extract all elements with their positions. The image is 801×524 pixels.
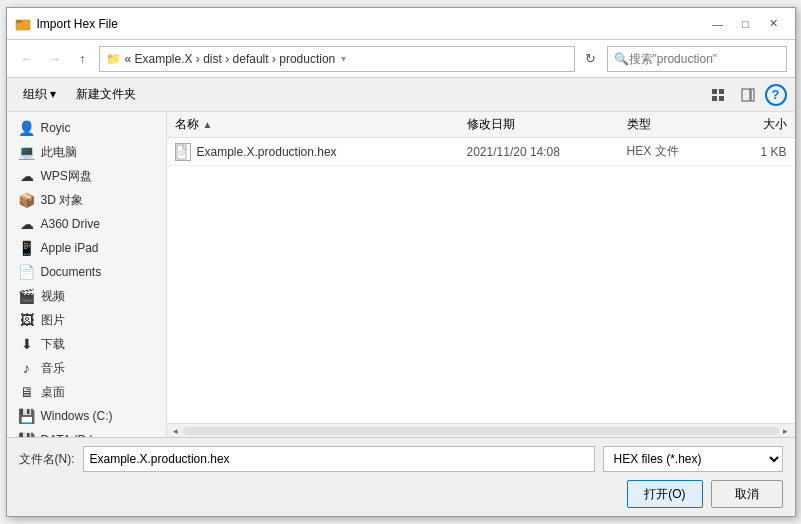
sidebar-label-this-pc: 此电脑	[41, 144, 77, 161]
up-button[interactable]: ↑	[71, 47, 95, 71]
title-bar: Import Hex File — □ ✕	[7, 8, 795, 40]
minimize-button[interactable]: —	[705, 14, 731, 34]
scroll-left-button[interactable]: ◂	[169, 424, 183, 438]
address-bar: ← → ↑ 📁 « Example.X › dist › default › p…	[7, 40, 795, 78]
file-date-cell: 2021/11/20 14:08	[467, 145, 627, 159]
sidebar-label-a360-drive: A360 Drive	[41, 217, 100, 231]
sidebar-item-3d-objects[interactable]: 📦3D 对象	[7, 188, 166, 212]
bottom-bar: 文件名(N): HEX files (*.hex) 打开(O) 取消	[7, 437, 795, 516]
sidebar-icon-desktop: 🖥	[19, 384, 35, 400]
sidebar-item-this-pc[interactable]: 💻此电脑	[7, 140, 166, 164]
sidebar-icon-wps: ☁	[19, 168, 35, 184]
dialog-icon	[15, 16, 31, 32]
sidebar-item-wps[interactable]: ☁WPS网盘	[7, 164, 166, 188]
sidebar-icon-windows-c: 💾	[19, 408, 35, 424]
sidebar-item-windows-c[interactable]: 💾Windows (C:)	[7, 404, 166, 428]
sidebar: 👤Royic💻此电脑☁WPS网盘📦3D 对象☁A360 Drive📱Apple …	[7, 112, 167, 437]
help-button[interactable]: ?	[765, 84, 787, 106]
column-header-size[interactable]: 大小	[727, 116, 787, 133]
close-button[interactable]: ✕	[761, 14, 787, 34]
dialog-title: Import Hex File	[37, 17, 705, 31]
file-list: 名称 ▲ 修改日期 类型 大小 Example.X.production.hex…	[167, 112, 795, 423]
file-size-cell: 1 KB	[727, 145, 787, 159]
sidebar-label-downloads: 下载	[41, 336, 65, 353]
file-dialog: Import Hex File — □ ✕ ← → ↑ 📁 « Example.…	[6, 7, 796, 517]
refresh-button[interactable]: ↻	[579, 47, 603, 71]
sidebar-item-videos[interactable]: 🎬视频	[7, 284, 166, 308]
column-header-type[interactable]: 类型	[627, 116, 727, 133]
sidebar-label-documents: Documents	[41, 265, 102, 279]
column-header-name[interactable]: 名称 ▲	[175, 116, 467, 133]
forward-button[interactable]: →	[43, 47, 67, 71]
filename-label: 文件名(N):	[19, 451, 75, 468]
sidebar-item-music[interactable]: ♪音乐	[7, 356, 166, 380]
sidebar-label-wps: WPS网盘	[41, 168, 92, 185]
scrollbar-track	[183, 427, 779, 435]
address-path-box[interactable]: 📁 « Example.X › dist › default › product…	[99, 46, 575, 72]
column-header-date[interactable]: 修改日期	[467, 116, 627, 133]
preview-button[interactable]	[735, 82, 761, 108]
svg-rect-7	[751, 89, 754, 101]
maximize-button[interactable]: □	[733, 14, 759, 34]
filetype-select[interactable]: HEX files (*.hex)	[603, 446, 783, 472]
scroll-right-button[interactable]: ▸	[779, 424, 793, 438]
sidebar-item-downloads[interactable]: ⬇下载	[7, 332, 166, 356]
sidebar-icon-a360-drive: ☁	[19, 216, 35, 232]
toolbar: 组织 ▾ 新建文件夹 ?	[7, 78, 795, 112]
sidebar-icon-videos: 🎬	[19, 288, 35, 304]
sidebar-label-windows-c: Windows (C:)	[41, 409, 113, 423]
action-row: 打开(O) 取消	[19, 480, 783, 508]
file-type-cell: HEX 文件	[627, 143, 727, 160]
file-icon	[175, 143, 191, 161]
sidebar-label-music: 音乐	[41, 360, 65, 377]
path-text: « Example.X › dist › default › productio…	[125, 52, 336, 66]
organize-button[interactable]: 组织 ▾	[15, 82, 64, 108]
sidebar-item-desktop[interactable]: 🖥桌面	[7, 380, 166, 404]
sidebar-icon-this-pc: 💻	[19, 144, 35, 160]
file-name-text: Example.X.production.hex	[197, 145, 337, 159]
search-box: 🔍	[607, 46, 787, 72]
sidebar-label-videos: 视频	[41, 288, 65, 305]
sidebar-item-apple-ipad[interactable]: 📱Apple iPad	[7, 236, 166, 260]
sidebar-icon-downloads: ⬇	[19, 336, 35, 352]
search-icon: 🔍	[614, 52, 629, 66]
filename-input[interactable]	[83, 446, 595, 472]
sidebar-label-desktop: 桌面	[41, 384, 65, 401]
svg-rect-6	[742, 89, 750, 101]
title-controls: — □ ✕	[705, 14, 787, 34]
svg-rect-5	[719, 96, 724, 101]
sidebar-icon-3d-objects: 📦	[19, 192, 35, 208]
back-button[interactable]: ←	[15, 47, 39, 71]
sidebar-icon-apple-ipad: 📱	[19, 240, 35, 256]
open-button[interactable]: 打开(O)	[627, 480, 702, 508]
sidebar-label-royic: Royic	[41, 121, 71, 135]
view-toggle-button[interactable]	[705, 82, 731, 108]
cancel-button[interactable]: 取消	[711, 480, 783, 508]
svg-rect-3	[719, 89, 724, 94]
filename-row: 文件名(N): HEX files (*.hex)	[19, 446, 783, 472]
path-folder-icon: 📁	[106, 52, 121, 66]
svg-rect-1	[16, 20, 22, 23]
sidebar-label-3d-objects: 3D 对象	[41, 192, 84, 209]
horizontal-scrollbar[interactable]: ◂ ▸	[167, 423, 795, 437]
file-rows: Example.X.production.hex2021/11/20 14:08…	[167, 138, 795, 166]
sidebar-item-royic[interactable]: 👤Royic	[7, 116, 166, 140]
content-area: 👤Royic💻此电脑☁WPS网盘📦3D 对象☁A360 Drive📱Apple …	[7, 112, 795, 437]
file-list-header: 名称 ▲ 修改日期 类型 大小	[167, 112, 795, 138]
search-input[interactable]	[629, 52, 780, 66]
svg-rect-4	[712, 96, 717, 101]
sidebar-label-apple-ipad: Apple iPad	[41, 241, 99, 255]
table-row[interactable]: Example.X.production.hex2021/11/20 14:08…	[167, 138, 795, 166]
sidebar-item-data-d[interactable]: 💾DATA (D:)	[7, 428, 166, 437]
sort-arrow: ▲	[203, 119, 213, 130]
sidebar-item-pictures[interactable]: 🖼图片	[7, 308, 166, 332]
sidebar-icon-pictures: 🖼	[19, 312, 35, 328]
svg-rect-2	[712, 89, 717, 94]
sidebar-icon-documents: 📄	[19, 264, 35, 280]
new-folder-button[interactable]: 新建文件夹	[68, 82, 144, 108]
sidebar-icon-royic: 👤	[19, 120, 35, 136]
sidebar-label-pictures: 图片	[41, 312, 65, 329]
sidebar-item-documents[interactable]: 📄Documents	[7, 260, 166, 284]
sidebar-item-a360-drive[interactable]: ☁A360 Drive	[7, 212, 166, 236]
file-name-cell: Example.X.production.hex	[175, 143, 467, 161]
